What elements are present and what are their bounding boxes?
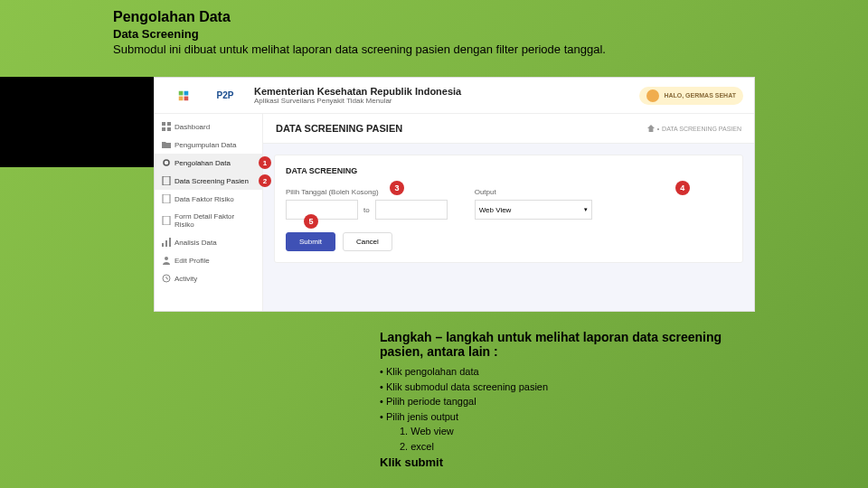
step-item: • Klik submodul data screening pasien — [380, 380, 760, 395]
svg-rect-3 — [184, 96, 189, 100]
user-label: HALO, GERMAS SEHAT — [664, 92, 736, 99]
step-badge-1: 1 — [259, 156, 271, 169]
sidebar-item-dashboard[interactable]: Dashboard — [155, 117, 262, 136]
step-badge-5: 5 — [304, 214, 318, 229]
app-header-subtitle: Aplikasi Surveilans Penyakit Tidak Menul… — [254, 97, 461, 105]
app-screenshot: P2P Kementerian Kesehatan Republik Indon… — [154, 77, 755, 312]
user-icon — [162, 256, 171, 265]
sidebar-item-analisis[interactable]: Analisis Data — [155, 233, 262, 251]
sidebar-item-pengolahan[interactable]: Pengolahan Data 1 — [155, 154, 262, 172]
sidebar-item-label: Form Detail Faktor Risiko — [175, 212, 255, 229]
output-select[interactable]: Web View ▾ — [475, 200, 592, 220]
sidebar-item-label: Pengolahan Data — [175, 159, 231, 167]
sidebar-item-datascreening[interactable]: Data Screening Pasien 2 — [155, 172, 262, 190]
svg-rect-2 — [179, 96, 184, 100]
svg-rect-5 — [167, 122, 171, 126]
step-item: • Klik pengolahan data — [380, 364, 760, 380]
sidebar-item-label: Data Faktor Risiko — [175, 195, 234, 203]
sidebar-item-formdetail[interactable]: Form Detail Faktor Risiko — [155, 208, 262, 233]
svg-point-8 — [164, 160, 169, 165]
svg-rect-7 — [167, 127, 171, 131]
user-badge[interactable]: HALO, GERMAS SEHAT — [639, 87, 743, 105]
step-subitem: 1. Web view — [400, 424, 760, 439]
slide-subtitle: Data Screening — [113, 27, 764, 41]
folder-icon — [162, 140, 171, 149]
output-label: Output — [475, 188, 592, 196]
app-logo-icon — [165, 87, 202, 105]
date-label: Pilih Tanggal (Boleh Kosong) — [286, 188, 448, 196]
sidebar-item-label: Analisis Data — [175, 239, 217, 247]
clock-icon — [162, 274, 171, 283]
sidebar-item-faktorrisiko[interactable]: Data Faktor Risiko — [155, 190, 262, 208]
avatar-icon — [646, 89, 659, 102]
date-to-input[interactable] — [375, 200, 448, 220]
svg-rect-11 — [163, 216, 170, 225]
sidebar-item-label: Data Screening Pasien — [175, 177, 249, 185]
steps-block: Langkah – langkah untuk melihat laporan … — [380, 330, 760, 469]
sidebar-item-label: Pengumpulan Data — [175, 141, 237, 149]
cancel-button[interactable]: Cancel — [343, 232, 392, 251]
sidebar-item-activity[interactable]: Activity — [155, 269, 262, 287]
svg-rect-13 — [165, 240, 167, 247]
step-badge-3: 3 — [390, 181, 404, 195]
grid-icon — [162, 122, 171, 131]
output-group: 4 Output Web View ▾ — [475, 188, 592, 220]
output-value: Web View — [479, 206, 512, 214]
breadcrumb-sep: • — [657, 126, 659, 132]
svg-point-15 — [165, 257, 168, 260]
steps-title: Langkah – langkah untuk melihat laporan … — [380, 330, 760, 359]
page-title: DATA SCREENING PASIEN — [276, 123, 402, 134]
document-icon — [162, 194, 171, 203]
document-icon — [162, 216, 171, 225]
date-from-input[interactable] — [286, 200, 358, 220]
sidebar-item-pengumpulan[interactable]: Pengumpulan Data — [155, 136, 262, 154]
decorative-strip — [0, 77, 154, 167]
svg-rect-10 — [163, 194, 170, 203]
step-subitem: 2. excel — [400, 439, 760, 455]
sidebar-item-label: Dashboard — [175, 123, 210, 131]
home-icon[interactable] — [647, 125, 655, 132]
card-title: DATA SCREENING — [286, 166, 731, 175]
to-label: to — [363, 206, 370, 214]
svg-rect-9 — [163, 176, 170, 185]
step-badge-2: 2 — [259, 174, 271, 187]
gear-icon — [162, 158, 171, 167]
breadcrumb: • DATA SCREENING PASIEN — [647, 125, 741, 132]
sidebar-item-label: Activity — [175, 275, 197, 283]
breadcrumb-label: DATA SCREENING PASIEN — [662, 126, 741, 132]
sidebar-item-label: Edit Profile — [175, 257, 210, 265]
svg-rect-6 — [162, 127, 165, 131]
data-screening-card: DATA SCREENING 3 Pilih Tanggal (Boleh Ko… — [274, 155, 743, 263]
slide-title: Pengolahan Data — [113, 9, 764, 25]
slide-description: Submodul ini dibuat untuk melihat lapora… — [113, 42, 764, 56]
chart-icon — [162, 238, 171, 247]
steps-final: Klik submit — [380, 455, 760, 469]
app-logo-text: P2P — [207, 87, 243, 105]
svg-rect-1 — [184, 90, 189, 95]
svg-rect-12 — [162, 243, 164, 247]
app-header: P2P Kementerian Kesehatan Republik Indon… — [155, 78, 754, 114]
step-item: • Pilih jenis output — [380, 409, 760, 425]
main-content: DATA SCREENING PASIEN • DATA SCREENING P… — [263, 114, 754, 311]
chevron-down-icon: ▾ — [584, 206, 588, 213]
svg-rect-4 — [162, 122, 165, 126]
svg-rect-14 — [169, 238, 171, 247]
submit-button[interactable]: Submit — [286, 232, 335, 251]
step-badge-4: 4 — [675, 181, 690, 195]
sidebar-item-editprofile[interactable]: Edit Profile — [155, 251, 262, 269]
app-header-title: Kementerian Kesehatan Republik Indonesia — [254, 86, 461, 97]
document-icon — [162, 176, 171, 185]
step-item: • Pilih periode tanggal — [380, 394, 760, 409]
svg-rect-0 — [179, 90, 184, 95]
sidebar: Dashboard Pengumpulan Data Pengolahan Da… — [155, 114, 263, 311]
